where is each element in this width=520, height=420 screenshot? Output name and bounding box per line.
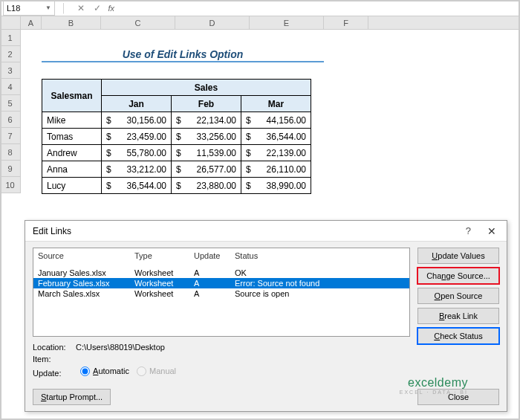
salesman-header: Salesman (42, 80, 102, 112)
dialog-title-bar[interactable]: Edit Links ? ✕ (25, 221, 507, 242)
link-status: OK (235, 268, 405, 277)
table-row: Lucy$36,544.00$23,880.00$38,990.00 (42, 178, 311, 194)
salesman-cell[interactable]: Anna (42, 161, 102, 178)
amount-cell[interactable]: $30,156.00 (102, 112, 172, 129)
amount-cell[interactable]: $22,139.00 (241, 145, 311, 161)
salesman-cell[interactable]: Lucy (42, 178, 102, 194)
amount-cell[interactable]: $23,459.00 (102, 129, 172, 145)
formula-bar: L18 ▼ │ ✕ ✓ fx (0, 0, 520, 16)
col-header[interactable]: E (250, 16, 324, 29)
amount-cell[interactable]: $36,544.00 (241, 129, 311, 145)
fx-icon[interactable]: fx (108, 4, 115, 13)
item-label: Item: (33, 353, 74, 365)
link-update: A (194, 279, 235, 288)
separator: │ (61, 3, 67, 13)
col-header[interactable]: A (21, 16, 42, 29)
startup-prompt-button[interactable]: Startup Prompt... (33, 389, 111, 405)
link-update: A (194, 268, 235, 277)
month-header: Jan (102, 96, 172, 112)
row-header[interactable]: 2 (0, 46, 20, 62)
col-header[interactable]: B (42, 16, 101, 29)
salesman-cell[interactable]: Andrew (42, 145, 102, 161)
header-source: Source (38, 251, 134, 260)
location-value: C:\Users\88019\Desktop (76, 343, 165, 352)
sales-header: Sales (102, 80, 311, 96)
amount-cell[interactable]: $22,134.00 (172, 112, 241, 129)
dialog-title: Edit Links (33, 226, 71, 236)
amount-cell[interactable]: $38,990.00 (241, 178, 311, 194)
amount-cell[interactable]: $11,539.00 (172, 145, 241, 161)
update-automatic-label: Automatic (93, 365, 129, 377)
column-headers: A B C D E F (0, 16, 520, 30)
cancel-icon[interactable]: ✕ (77, 3, 85, 13)
location-label: Location: (33, 341, 74, 353)
link-update: A (194, 289, 235, 298)
amount-cell[interactable]: $23,880.00 (172, 178, 241, 194)
table-row: Mike$30,156.00$22,134.00$44,156.00 (42, 112, 311, 129)
salesman-cell[interactable]: Mike (42, 112, 102, 129)
row-header[interactable]: 6 (0, 112, 20, 128)
cells-area[interactable]: Use of Edit Links Option Salesman Sales … (21, 30, 520, 193)
amount-cell[interactable]: $33,212.00 (102, 161, 172, 178)
watermark-sub: EXCEL · DATA · BI (400, 390, 468, 395)
update-label: Update: (33, 367, 74, 379)
amount-cell[interactable]: $33,256.00 (172, 129, 241, 145)
amount-cell[interactable]: $55,780.00 (102, 145, 172, 161)
row-header[interactable]: 4 (0, 79, 20, 95)
col-header[interactable]: F (324, 16, 368, 29)
col-header[interactable]: C (101, 16, 175, 29)
formula-input[interactable] (117, 1, 520, 16)
open-source-button[interactable]: Open Source (417, 288, 499, 304)
link-source: March Sales.xlsx (38, 289, 134, 298)
amount-cell[interactable]: $36,544.00 (102, 178, 172, 194)
link-source: January Sales.xlsx (38, 268, 134, 277)
salesman-cell[interactable]: Tomas (42, 129, 102, 145)
header-update: Update (194, 251, 235, 260)
amount-cell[interactable]: $26,577.00 (172, 161, 241, 178)
update-manual-label: Manual (149, 365, 176, 377)
name-box[interactable]: L18 ▼ (3, 1, 55, 16)
dialog-buttons: Update Values Change Source... Open Sour… (417, 248, 499, 379)
spreadsheet-grid: A B C D E F 1 2 3 4 5 6 7 8 9 10 Use of … (0, 16, 520, 193)
row-header[interactable]: 3 (0, 62, 20, 79)
row-header[interactable]: 7 (0, 128, 20, 144)
row-header[interactable]: 8 (0, 144, 20, 161)
link-row[interactable]: February Sales.xlsxWorksheetAError: Sour… (33, 278, 409, 288)
amount-cell[interactable]: $26,110.00 (241, 161, 311, 178)
change-source-button[interactable]: Change Source... (417, 268, 499, 284)
links-listbox[interactable]: Source Type Update Status January Sales.… (33, 248, 410, 337)
row-header[interactable]: 5 (0, 95, 20, 112)
link-row[interactable]: January Sales.xlsxWorksheetAOK (33, 268, 409, 278)
close-icon[interactable]: ✕ (484, 225, 499, 237)
row-header[interactable]: 10 (0, 177, 20, 193)
row-header[interactable]: 9 (0, 161, 20, 177)
table-row: Anna$33,212.00$26,577.00$26,110.00 (42, 161, 311, 178)
month-header: Mar (241, 96, 311, 112)
month-header: Feb (172, 96, 241, 112)
table-row: Tomas$23,459.00$33,256.00$36,544.00 (42, 129, 311, 145)
header-type: Type (134, 251, 194, 260)
link-status: Source is open (235, 289, 405, 298)
select-all-corner[interactable] (0, 16, 21, 29)
link-row[interactable]: March Sales.xlsxWorksheetASource is open (33, 288, 409, 299)
header-status: Status (235, 251, 405, 260)
amount-cell[interactable]: $44,156.00 (241, 112, 311, 129)
page-title: Use of Edit Links Option (42, 46, 324, 62)
break-link-button[interactable]: Break Link (417, 308, 499, 324)
update-values-button[interactable]: Update Values (417, 248, 499, 264)
update-automatic-radio[interactable] (80, 366, 90, 376)
link-type: Worksheet (134, 268, 194, 277)
chevron-down-icon[interactable]: ▼ (45, 4, 51, 11)
link-info: Location: C:\Users\88019\Desktop Item: U… (33, 341, 410, 379)
help-icon[interactable]: ? (466, 225, 471, 236)
col-header[interactable]: D (175, 16, 250, 29)
link-status: Error: Source not found (235, 279, 405, 288)
confirm-icon[interactable]: ✓ (94, 3, 101, 13)
watermark: exceldemy EXCEL · DATA · BI (400, 376, 468, 395)
check-status-button[interactable]: Check Status (417, 328, 499, 344)
row-header[interactable]: 1 (0, 30, 20, 46)
link-type: Worksheet (134, 279, 194, 288)
update-manual-radio (137, 366, 146, 376)
link-source: February Sales.xlsx (38, 279, 134, 288)
name-box-value: L18 (7, 4, 20, 13)
